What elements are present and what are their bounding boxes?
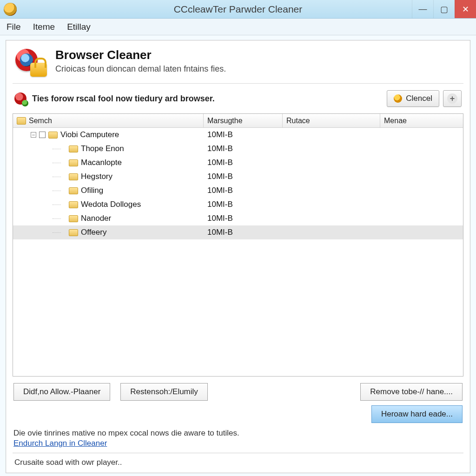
tree-child-label: Thope Enon [81, 144, 124, 153]
folder-icon [69, 201, 78, 208]
main-panel: Browser Cleaner Crioicas foun dioncan de… [6, 40, 470, 473]
menu-iteme[interactable]: Iteme [33, 22, 55, 32]
tree-child-row[interactable]: Wedota Dolloges10MI-B [13, 198, 463, 212]
app-icon [4, 3, 17, 16]
primary-action-button[interactable]: Heroaw hard eade... [371, 405, 463, 423]
tree-child-row[interactable]: Hegstory10MI-B [13, 170, 463, 184]
tree-child-label: Wedota Dolloges [81, 200, 141, 209]
folder-icon [69, 159, 78, 166]
header-text: Browser Cleaner Crioicas foun dioncan de… [55, 48, 226, 74]
gear-icon [394, 94, 402, 103]
tree-root-row[interactable]: – Viobi Camputere 10MI-B [13, 128, 463, 142]
tree-child-label: Offeery [81, 228, 106, 237]
clencel-button[interactable]: Clencel [387, 90, 439, 107]
add-button[interactable]: + [443, 90, 462, 107]
allow-planner-button[interactable]: Didf,no Allow.-Plaaner [13, 383, 110, 401]
folder-icon [48, 132, 58, 139]
outer-panel: Browser Cleaner Crioicas foun dioncan de… [0, 35, 476, 476]
checkbox[interactable] [39, 132, 46, 138]
tree-child-size: 10MI-B [204, 212, 283, 225]
restore-button[interactable]: Restensoh:/Elumily [120, 383, 208, 401]
tree-child-label: Hegstory [81, 172, 112, 181]
info-text: Ties forow rscal fool now tiedury ard br… [32, 94, 215, 104]
folder-icon [69, 229, 78, 236]
column-3[interactable]: Rutace [283, 114, 380, 127]
tree-child-row[interactable]: Macanlopte10MI-B [13, 156, 463, 170]
page-header: Browser Cleaner Crioicas foun dioncan de… [13, 45, 463, 84]
column-name[interactable]: Semch [13, 114, 204, 127]
folder-icon [69, 215, 78, 222]
footer-note: Die ovie tinrines mative no mpex cocal n… [13, 427, 463, 439]
tree-body: – Viobi Camputere 10MI-B Thope Enon10MI-… [13, 128, 463, 376]
tree-child-label: Macanlopte [81, 158, 122, 167]
folder-icon [69, 173, 78, 180]
folder-icon [69, 187, 78, 194]
menu-bar: File Iteme Etillay [0, 19, 476, 35]
page-title: Browser Cleaner [55, 48, 226, 62]
info-row: Ties forow rscal fool now tiedury ard br… [13, 84, 463, 113]
browser-cleaner-icon [14, 48, 47, 77]
title-bar: CCcleawTer Parwder Cleaner — ▢ ✕ [0, 0, 476, 19]
status-bar: Crusaite soad with owr player.. [13, 453, 463, 469]
scan-results-tree: Semch Marsugthe Rutace Menae – Viobi Cam… [13, 113, 463, 377]
window-title: CCcleawTer Parwder Cleaner [0, 4, 476, 15]
close-button[interactable]: ✕ [455, 0, 476, 18]
expand-toggle[interactable]: – [31, 132, 36, 138]
menu-etillay[interactable]: Etillay [67, 22, 91, 32]
column-4[interactable]: Menae [380, 114, 463, 127]
tree-child-row[interactable]: Thope Enon10MI-B [13, 142, 463, 156]
maximize-button[interactable]: ▢ [433, 0, 455, 18]
tree-child-label: Nanoder [81, 214, 111, 223]
tree-child-size: 10MI-B [204, 170, 283, 183]
plus-icon: + [447, 93, 457, 104]
footer-buttons: Didf,no Allow.-Plaaner Restensoh:/Elumil… [13, 377, 463, 427]
tree-child-row[interactable]: Ofiling10MI-B [13, 184, 463, 198]
tree-root-label: Viobi Camputere [60, 130, 119, 139]
tree-child-row[interactable]: Nanoder10MI-B [13, 212, 463, 225]
tree-child-size: 10MI-B [204, 226, 283, 239]
status-icon [14, 93, 26, 105]
tree-child-size: 10MI-B [204, 156, 283, 169]
tree-root-size: 10MI-B [204, 128, 283, 141]
page-subtitle: Crioicas foun dioncan demal laten fntain… [55, 64, 226, 74]
footer-link[interactable]: Endurch Langn in Clleaner [13, 439, 463, 453]
column-size[interactable]: Marsugthe [204, 114, 283, 127]
tree-child-size: 10MI-B [204, 184, 283, 197]
minimize-button[interactable]: — [412, 0, 433, 18]
window-controls: — ▢ ✕ [412, 0, 476, 18]
tree-child-row[interactable]: Offeery10MI-B [13, 225, 463, 239]
menu-file[interactable]: File [7, 22, 21, 32]
folder-icon [69, 145, 78, 152]
tree-child-size: 10MI-B [204, 198, 283, 211]
clencel-label: Clencel [406, 94, 432, 103]
remove-button[interactable]: Remove tobe-// hane.... [360, 383, 463, 401]
tree-child-size: 10MI-B [204, 142, 283, 155]
tree-header: Semch Marsugthe Rutace Menae [13, 114, 463, 128]
tree-child-label: Ofiling [81, 186, 103, 195]
